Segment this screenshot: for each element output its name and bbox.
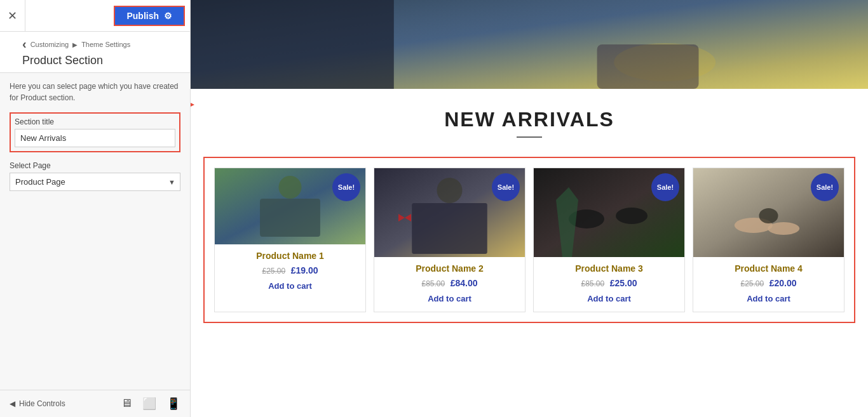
sale-badge-4: Sale! [811,173,839,201]
mobile-icon[interactable]: 📱 [166,397,180,411]
description-text: Here you can select page which you have … [10,81,180,103]
section-title-field-group: Section title [10,112,180,152]
svg-rect-3 [191,0,394,89]
publish-button[interactable]: Publish ⚙ [114,6,185,26]
hero-svg [191,0,868,89]
products-section: Sale! Product Name 1 £25.00 £19.00 Add t… [203,157,855,323]
price-sale-1: £19.00 [291,265,318,275]
price-original-2: £85.00 [422,279,445,288]
svg-point-7 [279,176,302,199]
sidebar-header: ✕ Publish ⚙ [0,0,190,32]
svg-point-10 [437,178,463,203]
product-card-3: Sale! Product Name 3 £85.00 £25.00 Add t… [533,168,685,312]
svg-rect-11 [412,203,487,254]
svg-rect-2 [597,44,699,89]
section-heading: NEW ARRIVALS [203,108,855,131]
product-name-1: Product Name 1 [220,251,360,261]
breadcrumb-area: ‹ Customizing ▶ Theme Settings Product S… [0,32,190,73]
hide-controls-arrow-icon: ◀ [10,399,15,408]
price-original-4: £25.00 [741,279,764,288]
add-to-cart-button-4[interactable]: Add to cart [747,294,790,303]
select-page-field-group: Select Page Product Page Home About ▼ [10,161,180,191]
close-button[interactable]: ✕ [0,0,25,32]
section-title-arrow [191,95,203,114]
product-name-4: Product Name 4 [698,263,839,274]
add-to-cart-button-3[interactable]: Add to cart [587,294,631,303]
hide-controls-button[interactable]: ◀ Hide Controls [10,399,65,408]
section-heading-underline [517,136,542,138]
sidebar-footer: ◀ Hide Controls 🖥 ⬜ 📱 [0,390,190,417]
product-card-2: Sale! Product Name 2 £85.00 £84.00 Add t… [374,168,526,312]
price-sale-3: £25.00 [610,278,637,288]
desktop-icon[interactable]: 🖥 [121,397,132,411]
sale-badge-1: Sale! [332,173,360,201]
product-card-1: Sale! Product Name 1 £25.00 £19.00 Add t… [214,168,366,312]
svg-rect-8 [260,199,320,237]
svg-point-20 [768,222,799,235]
price-original-1: £25.00 [262,267,286,275]
new-arrivals-section: NEW ARRIVALS [191,89,868,150]
price-original-3: £85.00 [581,279,605,288]
tablet-icon[interactable]: ⬜ [142,397,156,411]
device-icons-group: 🖥 ⬜ 📱 [121,397,180,411]
select-page-label: Select Page [10,161,180,170]
sale-badge-2: Sale! [492,173,520,201]
price-row-2: £85.00 £84.00 [374,277,525,289]
svg-point-21 [759,208,778,223]
select-page-wrapper: Product Page Home About ▼ [10,173,180,191]
price-row-3: £85.00 £25.00 [534,277,684,289]
page-title: Product Section [22,54,180,67]
product-card-4: Sale! Product Name 4 £25.00 £20.00 Add t… [693,168,844,312]
sidebar: ✕ Publish ⚙ ‹ Customizing ▶ Theme Settin… [0,0,191,417]
back-arrow-icon[interactable]: ‹ [22,37,27,51]
select-page-dropdown[interactable]: Product Page Home About [10,173,180,191]
sidebar-content: Here you can select page which you have … [0,73,190,390]
section-title-label: Section title [15,117,175,126]
price-row-1: £25.00 £19.00 [215,265,365,276]
publish-label: Publish [126,11,159,21]
gear-icon: ⚙ [164,11,172,21]
price-sale-4: £20.00 [770,278,797,288]
hide-controls-label: Hide Controls [19,399,65,408]
price-row-4: £25.00 £20.00 [693,277,844,289]
hero-background [191,0,868,89]
add-to-cart-button-1[interactable]: Add to cart [268,281,312,291]
hero-section [191,0,868,89]
svg-point-16 [616,208,648,224]
breadcrumb: Customizing ▶ Theme Settings [31,41,131,48]
sale-badge-3: Sale! [651,173,679,201]
main-content: NEW ARRIVALS [191,0,868,417]
price-sale-2: £84.00 [451,278,478,288]
section-title-input[interactable] [15,129,175,147]
add-to-cart-button-2[interactable]: Add to cart [428,294,471,303]
product-name-2: Product Name 2 [379,263,520,274]
product-name-3: Product Name 3 [539,263,679,274]
